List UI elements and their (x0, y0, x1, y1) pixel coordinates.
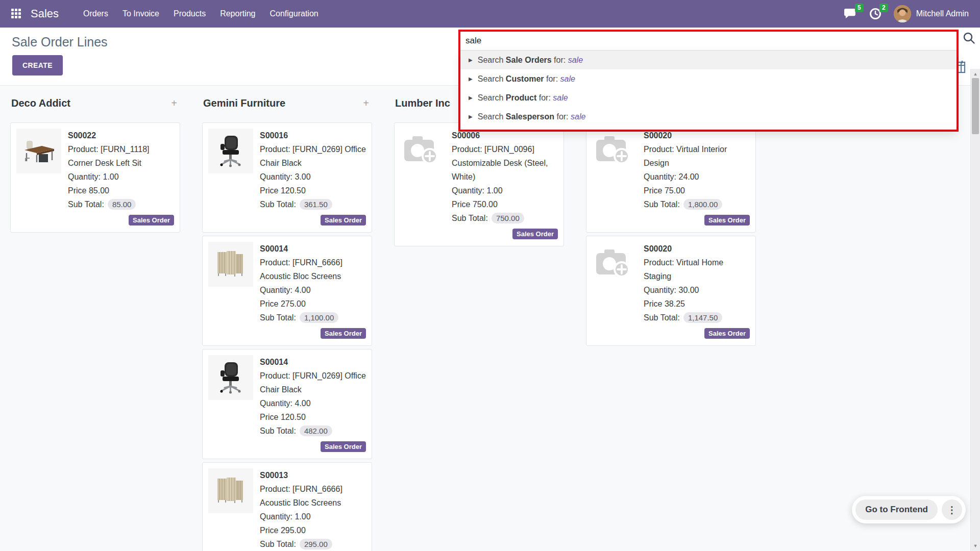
product-image (208, 242, 253, 287)
scroll-down-arrow-icon[interactable]: ▼ (971, 543, 980, 548)
search-suggestion[interactable]: ▶ Search Sale Orders for: sale (460, 51, 957, 69)
apps-menu-icon[interactable] (11, 9, 21, 19)
activities-count-badge: 2 (879, 4, 888, 12)
price-line: Price 75.00 (644, 184, 750, 197)
order-line-card[interactable]: S00014 Product: [FURN_6666] Acoustic Blo… (202, 236, 372, 346)
vertical-scrollbar[interactable]: ▲ ▼ (970, 69, 980, 551)
kanban-board: Deco Addict + (0, 86, 970, 551)
quantity-line: Quantity: 4.00 (260, 396, 366, 410)
subtotal-label: Sub Total: (260, 537, 296, 551)
product-line: Product: Virtual Home Staging (644, 256, 750, 283)
subtotal-label: Sub Total: (644, 197, 680, 211)
column-cards: S00022 Product: [FURN_1118] Corner Desk … (10, 122, 180, 233)
sales-order-badge: Sales Order (704, 215, 750, 226)
order-reference: S00016 (260, 129, 366, 142)
kebab-vertical-icon: ⋮ (947, 504, 957, 516)
kanban-column: Lumber Inc + (394, 86, 564, 551)
sales-order-badge: Sales Order (321, 215, 366, 226)
price-line: Price 120.50 (260, 184, 366, 197)
column-title: Lumber Inc (395, 97, 450, 109)
quantity-line: Quantity: 30.00 (644, 283, 750, 297)
scrollbar-thumb[interactable] (972, 78, 979, 134)
caret-right-icon: ▶ (469, 57, 473, 63)
nav-item-configuration[interactable]: Configuration (263, 0, 326, 28)
subtotal-pill: 361.50 (300, 199, 332, 210)
product-line: Product: Virtual Interior Design (644, 142, 750, 170)
subtotal-label: Sub Total: (260, 424, 296, 438)
product-line: Product: [FURN_0096] Customizable Desk (… (452, 142, 558, 184)
subtotal-line: Sub Total: 1,100.00 (260, 311, 366, 324)
user-name: Mitchell Admin (916, 9, 969, 18)
app-brand[interactable]: Sales (31, 7, 59, 20)
product-line: Product: [FURN_0269] Office Chair Black (260, 142, 366, 170)
column-quick-create-icon[interactable]: + (363, 98, 369, 108)
nav-menu: OrdersTo InvoiceProductsReportingConfigu… (76, 0, 326, 28)
price-line: Price 750.00 (452, 197, 558, 211)
order-reference: S00020 (644, 242, 750, 256)
caret-right-icon: ▶ (469, 76, 473, 82)
product-line: Product: [FURN_0269] Office Chair Black (260, 369, 366, 396)
product-image (592, 129, 637, 173)
quantity-line: Quantity: 1.00 (260, 510, 366, 523)
order-line-card[interactable]: S00020 Product: Virtual Interior Design … (586, 122, 756, 233)
nav-item-to-invoice[interactable]: To Invoice (115, 0, 166, 28)
caret-right-icon: ▶ (469, 114, 473, 119)
kanban-column: + (586, 86, 756, 551)
subtotal-label: Sub Total: (452, 211, 488, 225)
activities-button[interactable]: 2 (869, 8, 881, 20)
nav-item-orders[interactable]: Orders (76, 0, 115, 28)
subtotal-label: Sub Total: (644, 311, 680, 324)
quantity-line: Quantity: 1.00 (452, 184, 558, 197)
column-header: Deco Addict + (10, 86, 180, 109)
order-line-card[interactable]: S00020 Product: Virtual Home Staging Qua… (586, 236, 756, 346)
subtotal-line: Sub Total: 361.50 (260, 197, 366, 211)
order-reference: S00013 (260, 468, 366, 482)
order-reference: S00022 (68, 129, 174, 142)
sales-order-badge: Sales Order (512, 229, 558, 239)
product-image (208, 129, 253, 173)
product-image (16, 129, 61, 173)
sales-order-badge: Sales Order (321, 441, 366, 452)
subtotal-line: Sub Total: 295.00 (260, 537, 366, 551)
order-line-card[interactable]: S00016 Product: [FURN_0269] Office Chair… (202, 122, 372, 233)
messages-button[interactable]: 5 (844, 8, 857, 20)
search-input[interactable] (465, 36, 951, 46)
quantity-line: Quantity: 3.00 (260, 170, 366, 184)
nav-item-reporting[interactable]: Reporting (213, 0, 262, 28)
order-line-card[interactable]: S00014 Product: [FURN_0269] Office Chair… (202, 349, 372, 459)
more-options-button[interactable]: ⋮ (942, 499, 962, 520)
order-line-card[interactable]: S00006 Product: [FURN_0096] Customizable… (394, 122, 564, 246)
messages-count-badge: 5 (855, 4, 864, 12)
order-reference: S00014 (260, 355, 366, 369)
order-line-card[interactable]: S00013 Product: [FURN_6666] Acoustic Blo… (202, 462, 372, 551)
page-title: Sale Order Lines (12, 35, 108, 49)
go-to-frontend-button[interactable]: Go to Frontend (855, 499, 938, 520)
subtotal-line: Sub Total: 85.00 (68, 197, 174, 211)
search-suggestion-list: ▶ Search Sale Orders for: sale ▶ Search … (460, 50, 957, 130)
create-button[interactable]: CREATE (12, 55, 63, 76)
kanban-column: Gemini Furniture + (202, 86, 372, 551)
nav-item-products[interactable]: Products (166, 0, 213, 28)
subtotal-line: Sub Total: 1,800.00 (644, 197, 750, 211)
subtotal-pill: 85.00 (108, 199, 136, 210)
scroll-up-arrow-icon[interactable]: ▲ (971, 71, 980, 77)
price-line: Price 295.00 (260, 523, 366, 537)
order-line-card[interactable]: S00022 Product: [FURN_1118] Corner Desk … (10, 122, 180, 233)
product-image (592, 242, 637, 287)
top-nav-bar: Sales OrdersTo InvoiceProductsReportingC… (0, 0, 980, 28)
subtotal-label: Sub Total: (68, 197, 104, 211)
search-suggestion[interactable]: ▶ Search Customer for: sale (460, 69, 957, 88)
column-quick-create-icon[interactable]: + (171, 98, 177, 108)
user-menu[interactable]: Mitchell Admin (894, 5, 969, 22)
sales-order-badge: Sales Order (129, 215, 174, 226)
price-line: Price 85.00 (68, 184, 174, 197)
search-icon[interactable] (963, 32, 975, 44)
subtotal-label: Sub Total: (260, 197, 296, 211)
quantity-line: Quantity: 24.00 (644, 170, 750, 184)
subtotal-line: Sub Total: 482.00 (260, 424, 366, 438)
subtotal-pill: 482.00 (300, 425, 332, 436)
search-suggestion[interactable]: ▶ Search Product for: sale (460, 88, 957, 107)
product-image (208, 468, 253, 513)
price-line: Price 275.00 (260, 297, 366, 311)
search-suggestion[interactable]: ▶ Search Salesperson for: sale (460, 107, 957, 126)
